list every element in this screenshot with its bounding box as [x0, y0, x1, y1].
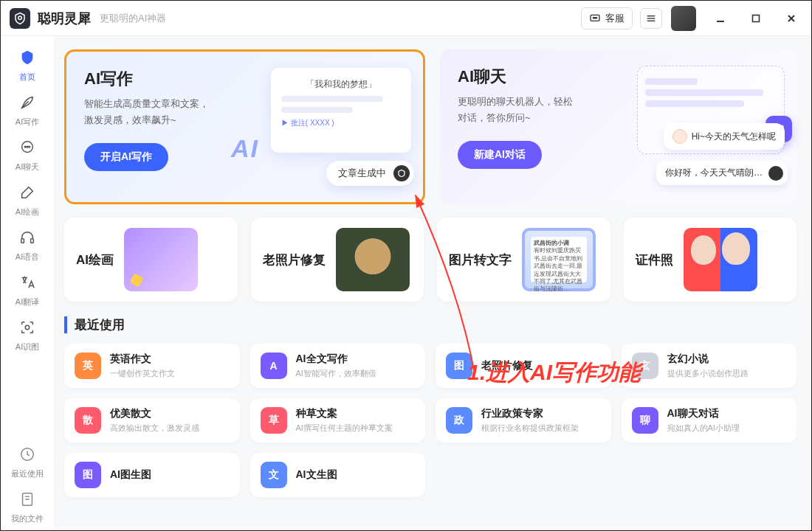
recent-item-title: AI文生图: [296, 468, 337, 482]
sidebar-item-chat[interactable]: AI聊天: [1, 133, 54, 178]
svg-point-15: [27, 146, 28, 148]
feature-thumb: [684, 228, 757, 291]
svg-point-16: [29, 146, 30, 148]
svg-point-2: [593, 17, 593, 18]
sidebar-item-files[interactable]: 我的文件: [1, 485, 54, 530]
sidebar-item-recent[interactable]: 最近使用: [1, 440, 54, 485]
sidebar-item-writing[interactable]: AI写作: [1, 88, 54, 133]
feature-title: 图片转文字: [449, 251, 512, 268]
recent-item[interactable]: 文 AI文生图: [250, 453, 426, 497]
window-minimize[interactable]: [709, 10, 732, 27]
hero-ai-writing[interactable]: AI写作 智能生成高质量文章和文案，激发灵感，效率飙升~ 开启AI写作 「我和我…: [64, 49, 425, 204]
sidebar-item-ocr[interactable]: AI识图: [1, 313, 54, 358]
recent-item-icon: 政: [446, 407, 472, 434]
spinner-icon: [393, 165, 410, 181]
svg-rect-18: [31, 239, 34, 243]
clock-icon: [19, 446, 35, 462]
recent-item-icon: 文: [261, 462, 287, 488]
recent-item[interactable]: 玄 玄幻小说提供更多小说创作思路: [622, 344, 797, 388]
recent-item[interactable]: 英 英语作文一键创作英文作文: [64, 344, 240, 388]
customer-service-label: 客服: [605, 12, 625, 25]
recent-item-sub: AI智能写作，效率翻倍: [296, 368, 376, 379]
recent-item-sub: 一键创作英文作文: [110, 368, 175, 379]
brush-icon: [19, 184, 35, 201]
svg-point-0: [18, 16, 22, 20]
recent-item-sub: 高效输出散文，激发灵感: [110, 423, 199, 434]
recent-item-icon: 图: [446, 353, 472, 379]
doc-annotation-label: ▶ 批注( XXXX ): [281, 118, 401, 128]
app-name: 聪明灵犀: [38, 10, 91, 27]
sidebar-item-label: AI翻译: [16, 296, 39, 308]
recent-item-sub: 宛如真人的AI小助理: [667, 423, 740, 434]
menu-button[interactable]: [640, 8, 662, 29]
window-maximize[interactable]: [745, 10, 767, 27]
ai-badge: AI: [231, 134, 259, 163]
sidebar-item-paint[interactable]: AI绘画: [1, 178, 54, 223]
generating-pill: 文章生成中: [326, 161, 414, 186]
chat-bubble-user: Hi~今天的天气怎样呢: [664, 123, 785, 150]
svg-rect-9: [753, 15, 760, 21]
recent-item-icon: 英: [75, 353, 101, 379]
ai-avatar-icon: [768, 166, 783, 181]
feature-photo-restore[interactable]: 老照片修复: [251, 218, 424, 302]
recent-item-title: AI聊天对话: [667, 407, 740, 420]
recent-item-title: 玄幻小说: [667, 353, 749, 366]
sidebar-item-label: 我的文件: [11, 513, 44, 524]
recent-item-title: 老照片修复: [481, 359, 533, 372]
hero-desc: 智能生成高质量文章和文案，激发灵感，效率飙升~: [84, 96, 224, 128]
recent-item-icon: 聊: [632, 407, 658, 434]
user-avatar[interactable]: [671, 6, 696, 31]
window-close[interactable]: [780, 10, 802, 27]
recent-item-icon: 图: [75, 462, 101, 488]
translate-icon: [19, 274, 35, 291]
hero-ai-chat[interactable]: AI聊天 更聪明的聊天机器人，轻松对话，答你所问~ 新建AI对话 Hi~今天的天…: [440, 49, 796, 204]
sidebar-item-label: AI写作: [16, 117, 39, 128]
recent-header: 最近使用: [64, 316, 796, 333]
scan-icon: [19, 319, 35, 336]
sidebar-item-translate[interactable]: AI翻译: [1, 268, 54, 313]
new-ai-chat-button[interactable]: 新建AI对话: [458, 141, 542, 169]
recent-item-title: 优美散文: [110, 407, 199, 420]
feature-ai-painting[interactable]: AI绘画: [64, 218, 238, 302]
avatar-icon: [672, 129, 687, 144]
titlebar: 聪明灵犀 更聪明的AI神器 客服: [1, 1, 811, 36]
recent-item[interactable]: A AI全文写作AI智能写作，效率翻倍: [250, 344, 426, 388]
sidebar-item-label: AI绘画: [16, 206, 39, 218]
doc-preview: 「我和我的梦想」 ▶ 批注( XXXX ): [271, 68, 411, 153]
main-content: AI写作 智能生成高质量文章和文案，激发灵感，效率飙升~ 开启AI写作 「我和我…: [54, 36, 811, 530]
recent-item[interactable]: 散 优美散文高效输出散文，激发灵感: [64, 398, 240, 442]
app-logo: [10, 8, 30, 29]
svg-point-14: [24, 146, 26, 148]
recent-item[interactable]: 草 种草文案AI撰写任何主题的种草文案: [250, 398, 426, 442]
recent-item-title: 英语作文: [110, 353, 175, 366]
svg-point-19: [25, 325, 30, 330]
recent-item-title: AI全文写作: [296, 353, 376, 366]
feature-title: AI绘画: [76, 251, 114, 268]
recent-item[interactable]: 聊 AI聊天对话宛如真人的AI小助理: [622, 398, 797, 442]
recent-item[interactable]: 图 AI图生图: [64, 453, 240, 497]
start-ai-writing-button[interactable]: 开启AI写作: [84, 143, 168, 171]
feature-thumb: [336, 228, 410, 291]
recent-item-sub: AI撰写任何主题的种草文案: [296, 423, 393, 434]
chat-bubble-icon: [19, 139, 35, 156]
feature-thumb: [124, 228, 198, 291]
recent-item-sub: 根据行业名称提供政策框架: [481, 423, 579, 434]
feature-id-photo[interactable]: 证件照: [624, 218, 797, 302]
sidebar-item-label: 首页: [19, 72, 35, 83]
feature-ocr[interactable]: 图片转文字 武昌街的小调有时候到重庆跑买书,总会不自觉地到武昌街去走一回,最近发…: [437, 218, 610, 302]
sidebar-item-voice[interactable]: AI语音: [1, 223, 54, 268]
recent-item-icon: 草: [261, 407, 287, 434]
recent-item-title: 行业政策专家: [481, 407, 579, 420]
svg-rect-17: [21, 239, 24, 243]
recent-item[interactable]: 政 行业政策专家根据行业名称提供政策框架: [436, 398, 611, 442]
svg-point-4: [596, 17, 596, 18]
recent-item[interactable]: 图 老照片修复: [436, 344, 611, 388]
file-icon: [19, 491, 35, 507]
feather-icon: [19, 94, 35, 111]
sidebar: 首页 AI写作 AI聊天 AI绘画 AI语音 AI翻译 AI识图 最: [1, 36, 54, 530]
sidebar-item-label: AI识图: [16, 341, 39, 353]
recent-item-title: 种草文案: [296, 407, 393, 420]
sidebar-item-home[interactable]: 首页: [1, 44, 54, 88]
customer-service-button[interactable]: 客服: [581, 7, 633, 30]
recent-item-sub: 提供更多小说创作思路: [667, 368, 749, 379]
